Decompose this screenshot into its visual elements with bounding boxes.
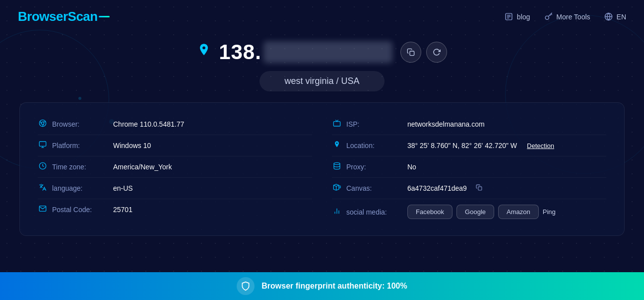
info-row-social-media: social media: Facebook Google Amazon Pin… xyxy=(332,199,606,225)
proxy-value: No xyxy=(407,163,416,171)
svg-rect-11 xyxy=(410,51,414,56)
browser-icon xyxy=(38,119,48,129)
nav-more-tools-label: More Tools xyxy=(556,13,590,21)
social-media-label: social media: xyxy=(332,207,401,217)
svg-rect-25 xyxy=(478,187,482,190)
canvas-label: Canvas: xyxy=(332,183,401,193)
globe-icon xyxy=(604,12,613,21)
header-nav: blog More Tools EN xyxy=(505,12,626,21)
bottom-bar-text: Browser fingerprint authenticity: 100% xyxy=(261,282,407,291)
logo-text-browser: Browser xyxy=(18,9,68,24)
detection-link[interactable]: Detection xyxy=(527,142,554,150)
proxy-label: Proxy: xyxy=(332,162,401,172)
platform-icon xyxy=(38,141,48,150)
postal-label: Postal Code: xyxy=(38,205,107,215)
canvas-copy-icon[interactable] xyxy=(476,184,482,192)
platform-label-text: Platform: xyxy=(52,142,80,150)
isp-value: networksdelmanana.com xyxy=(407,120,485,128)
logo: BrowserScan xyxy=(18,9,110,24)
ping-text[interactable]: Ping xyxy=(543,208,556,216)
ip-blurred xyxy=(263,41,392,63)
info-row-platform: Platform: Windows 10 xyxy=(38,135,312,156)
location-label: Location: xyxy=(332,141,401,150)
timezone-value: America/New_York xyxy=(113,163,172,171)
canvas-icon xyxy=(332,183,342,193)
svg-line-6 xyxy=(551,14,552,15)
isp-label: ISP: xyxy=(332,119,401,129)
isp-label-text: ISP: xyxy=(346,120,359,128)
postal-icon xyxy=(38,205,48,215)
svg-point-24 xyxy=(339,186,341,188)
platform-value: Windows 10 xyxy=(113,142,151,150)
nav-blog-label: blog xyxy=(517,13,530,21)
google-button[interactable]: Google xyxy=(456,205,494,219)
browser-value: Chrome 110.0.5481.77 xyxy=(113,120,184,128)
ip-actions xyxy=(400,42,447,63)
canvas-label-text: Canvas: xyxy=(346,184,372,192)
info-row-language: language: en-US xyxy=(38,178,312,199)
isp-icon xyxy=(332,119,342,129)
svg-point-10 xyxy=(202,46,205,49)
nav-language[interactable]: EN xyxy=(604,12,626,21)
logo-text-scan: Scan xyxy=(68,9,98,24)
info-col-right: ISP: networksdelmanana.com Location: 38°… xyxy=(332,114,606,225)
ip-container: 138. xyxy=(197,40,447,64)
svg-rect-21 xyxy=(333,122,340,126)
canvas-value: 6a4732caf471dea9 xyxy=(407,184,467,192)
postal-value: 25701 xyxy=(113,206,132,214)
location-icon xyxy=(332,141,342,150)
language-label-text: language: xyxy=(52,184,83,192)
blog-icon xyxy=(505,12,514,21)
bottom-bar: Browser fingerprint authenticity: 100% xyxy=(0,272,644,300)
info-row-canvas: Canvas: 6a4732caf471dea9 xyxy=(332,178,606,199)
amazon-button[interactable]: Amazon xyxy=(498,205,539,219)
language-icon xyxy=(38,183,48,193)
svg-rect-17 xyxy=(39,142,46,146)
info-row-timezone: Time zone: America/New_York xyxy=(38,156,312,178)
svg-point-4 xyxy=(545,16,549,19)
location-label-text: Location: xyxy=(346,142,375,150)
svg-point-23 xyxy=(334,162,340,164)
language-label: language: xyxy=(38,183,107,193)
info-card: Browser: Chrome 110.0.5481.77 Platform: … xyxy=(19,102,625,236)
main-content: 138. west virginia / USA Browser: xyxy=(0,31,644,236)
social-media-label-text: social media: xyxy=(346,208,387,216)
timezone-icon xyxy=(38,162,48,172)
svg-line-7 xyxy=(550,15,550,15)
browser-label: Browser: xyxy=(38,119,107,129)
platform-label: Platform: xyxy=(38,141,107,150)
nav-more-tools[interactable]: More Tools xyxy=(544,12,590,21)
header: BrowserScan blog More Tools EN xyxy=(0,0,644,31)
ip-text: 138. xyxy=(219,40,392,64)
location-coords: 38° 25' 8.760" N, 82° 26' 42.720" W xyxy=(407,142,517,150)
info-col-left: Browser: Chrome 110.0.5481.77 Platform: … xyxy=(38,114,312,225)
info-row-location: Location: 38° 25' 8.760" N, 82° 26' 42.7… xyxy=(332,135,606,156)
info-row-browser: Browser: Chrome 110.0.5481.77 xyxy=(38,114,312,135)
refresh-ip-button[interactable] xyxy=(426,42,447,63)
info-row-isp: ISP: networksdelmanana.com xyxy=(332,114,606,135)
proxy-icon xyxy=(332,162,342,172)
social-buttons: Facebook Google Amazon Ping xyxy=(407,205,556,219)
social-media-icon xyxy=(332,207,342,217)
logo-bar xyxy=(99,16,110,17)
proxy-label-text: Proxy: xyxy=(346,163,366,171)
fingerprint-shield-icon xyxy=(237,277,255,295)
browser-label-text: Browser: xyxy=(52,120,79,128)
info-row-postal: Postal Code: 25701 xyxy=(38,199,312,220)
nav-language-label: EN xyxy=(617,13,626,21)
facebook-button[interactable]: Facebook xyxy=(407,205,452,219)
postal-label-text: Postal Code: xyxy=(52,206,92,214)
timezone-label-text: Time zone: xyxy=(52,163,86,171)
timezone-label: Time zone: xyxy=(38,162,107,172)
key-icon xyxy=(544,12,553,21)
copy-ip-button[interactable] xyxy=(400,42,421,63)
language-value: en-US xyxy=(113,184,133,192)
info-row-proxy: Proxy: No xyxy=(332,156,606,178)
location-pill: west virginia / USA xyxy=(259,71,384,91)
nav-blog[interactable]: blog xyxy=(505,12,530,21)
svg-point-22 xyxy=(336,143,338,144)
ip-location-icon xyxy=(197,43,211,62)
location-text: west virginia / USA xyxy=(284,76,359,86)
ip-visible: 138. xyxy=(219,40,261,64)
